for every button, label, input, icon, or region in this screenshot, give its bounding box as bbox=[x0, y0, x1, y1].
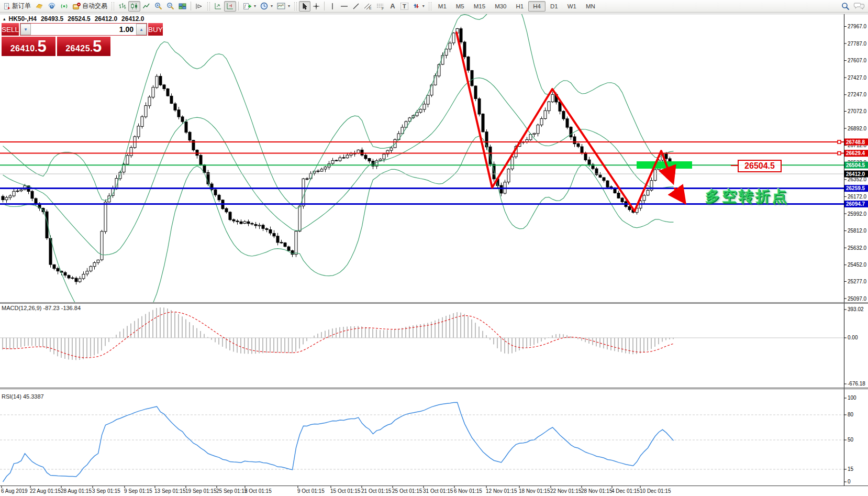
price-tag-text: 26094.7 bbox=[846, 201, 865, 207]
time-axis-label: 4 Dec 01:15 bbox=[611, 488, 640, 494]
price-tick-label: 27072.0 bbox=[848, 108, 867, 114]
community-button[interactable] bbox=[46, 1, 58, 12]
timeframe-M1[interactable]: M1 bbox=[433, 1, 451, 12]
chart-canvas[interactable]: 27967.027787.027607.027427.027247.027072… bbox=[0, 0, 868, 496]
timeframe-M15[interactable]: M15 bbox=[469, 1, 490, 12]
fibonacci-icon: F bbox=[376, 3, 385, 10]
bar-low-value: 26412.0 bbox=[95, 15, 117, 23]
bar-high-value: 26524.5 bbox=[68, 15, 90, 23]
price-tick-label: 27247.0 bbox=[848, 92, 867, 97]
periods-menu-button[interactable] bbox=[258, 1, 275, 12]
price-callout-box[interactable]: 26504.5 bbox=[738, 160, 782, 172]
time-axis-label: 31 Oct 01:15 bbox=[423, 488, 453, 494]
timeframe-MN[interactable]: MN bbox=[581, 1, 600, 12]
autotrading-icon bbox=[72, 3, 81, 10]
green-highlight-band[interactable] bbox=[637, 161, 692, 169]
chart-shift-icon bbox=[226, 3, 234, 10]
zoom-in-icon bbox=[154, 2, 162, 10]
candlestick-chart-icon bbox=[130, 3, 138, 10]
arrows-tool-button[interactable] bbox=[410, 1, 427, 12]
text-tool-button[interactable]: A bbox=[387, 1, 398, 12]
new-order-button[interactable]: 新订单 bbox=[2, 1, 33, 12]
toolbar-grip bbox=[207, 2, 210, 10]
time-axis-label: 22 Nov 01:15 bbox=[550, 488, 582, 494]
symbol-ohlc-header: ▴ HK50-,H4 26493.5 26524.5 26412.0 26412… bbox=[3, 15, 144, 23]
price-tick-label: 27967.0 bbox=[848, 24, 867, 29]
templates-menu-button[interactable] bbox=[275, 1, 292, 12]
timeframe-M5[interactable]: M5 bbox=[451, 1, 469, 12]
sell-button[interactable]: SELL bbox=[2, 23, 19, 36]
time-axis-label: 21 Oct 01:15 bbox=[361, 488, 392, 494]
time-axis-label: 6 Nov 01:15 bbox=[454, 488, 482, 494]
autotrading-button[interactable]: 自动交易 bbox=[70, 1, 109, 12]
time-axis-label: 13 Sep 01:15 bbox=[154, 488, 186, 494]
equidistant-channel-tool-button[interactable]: E bbox=[362, 1, 374, 12]
one-click-trading-panel: SELL ▾ ▴ BUY 26410.5 26425.5 bbox=[2, 23, 110, 56]
volume-increase-button[interactable]: ▴ bbox=[136, 24, 147, 35]
price-tick-label: 25632.0 bbox=[848, 245, 867, 251]
chart-shift-button[interactable] bbox=[224, 1, 236, 12]
line-chart-button[interactable] bbox=[140, 1, 152, 12]
volume-decrease-button[interactable]: ▾ bbox=[20, 24, 31, 35]
cursor-tool-button[interactable] bbox=[299, 1, 310, 12]
timeframe-D1[interactable]: D1 bbox=[546, 1, 563, 12]
sell-price-display[interactable]: 26410.5 bbox=[2, 37, 55, 56]
cascade-windows-icon bbox=[195, 3, 203, 10]
chart-background bbox=[0, 0, 868, 496]
search-button[interactable] bbox=[839, 1, 852, 12]
macd-axis-label: 393.02 bbox=[848, 306, 864, 312]
time-axis-label: 10 Dec 01:15 bbox=[640, 488, 671, 494]
time-axis-label: 6 Aug 2019 bbox=[1, 488, 28, 494]
new-order-icon bbox=[4, 3, 10, 10]
time-axis-label: 9 Oct 01:15 bbox=[297, 488, 325, 494]
time-axis-label: 28 Nov 01:15 bbox=[581, 488, 613, 494]
horizontal-line-tool-button[interactable] bbox=[338, 1, 350, 12]
fibonacci-tool-button[interactable]: F bbox=[374, 1, 387, 12]
cursor-icon bbox=[302, 3, 308, 10]
price-tag-text: 26629.4 bbox=[846, 150, 865, 156]
time-axis-label: 2 Oct 01:15 bbox=[244, 488, 272, 494]
zoom-out-button[interactable] bbox=[164, 1, 176, 12]
candlestick-chart-button[interactable] bbox=[128, 1, 140, 12]
vertical-line-tool-button[interactable] bbox=[327, 1, 338, 12]
metaeditor-icon bbox=[35, 3, 43, 9]
timeframe-H1[interactable]: H1 bbox=[511, 1, 529, 12]
timeframe-H4[interactable]: H4 bbox=[528, 1, 546, 12]
chat-button[interactable] bbox=[852, 1, 866, 12]
timeframe-W1[interactable]: W1 bbox=[563, 1, 581, 12]
price-tick-label: 26352.0 bbox=[848, 177, 867, 182]
autoscroll-button[interactable] bbox=[212, 1, 224, 12]
time-axis-label: 3 Sep 01:15 bbox=[92, 488, 120, 494]
autotrading-label: 自动交易 bbox=[82, 2, 107, 10]
autoscroll-icon bbox=[214, 3, 222, 10]
cascade-windows-button[interactable] bbox=[193, 1, 205, 12]
clock-icon bbox=[260, 2, 268, 10]
time-axis-label: 22 Aug 01:15 bbox=[30, 488, 61, 494]
price-tick-label: 25097.0 bbox=[848, 296, 867, 302]
symbol-marker-icon: ▴ bbox=[3, 16, 6, 21]
volume-input[interactable] bbox=[31, 24, 136, 35]
line-chart-icon bbox=[142, 3, 150, 10]
tile-windows-button[interactable] bbox=[176, 1, 188, 12]
trendline-tool-button[interactable] bbox=[350, 1, 362, 12]
timeframe-M30[interactable]: M30 bbox=[490, 1, 511, 12]
zoom-in-button[interactable] bbox=[152, 1, 164, 12]
turning-point-annotation[interactable]: 多空转折点 bbox=[705, 186, 789, 206]
price-tick-label: 25452.0 bbox=[848, 262, 867, 268]
new-order-label: 新订单 bbox=[12, 2, 31, 10]
metaeditor-button[interactable] bbox=[33, 1, 46, 12]
indicators-menu-button[interactable]: f bbox=[241, 1, 258, 12]
crosshair-tool-button[interactable] bbox=[310, 1, 322, 12]
price-tag-text: 26412.0 bbox=[846, 171, 865, 177]
bar-chart-button[interactable] bbox=[116, 1, 128, 12]
time-axis-label: 28 Aug 01:15 bbox=[61, 488, 92, 494]
vertical-line-icon bbox=[329, 3, 336, 10]
price-tick-label: 27787.0 bbox=[848, 41, 867, 47]
buy-button[interactable]: BUY bbox=[148, 23, 163, 36]
signals-button[interactable] bbox=[58, 1, 70, 12]
text-label-tool-button[interactable]: T bbox=[398, 1, 410, 12]
buy-price-display[interactable]: 26425.5 bbox=[57, 37, 111, 56]
zoom-out-icon bbox=[166, 2, 174, 10]
price-tick-label: 26892.0 bbox=[848, 126, 867, 131]
time-axis-label: 25 Sep 01:15 bbox=[216, 488, 248, 494]
